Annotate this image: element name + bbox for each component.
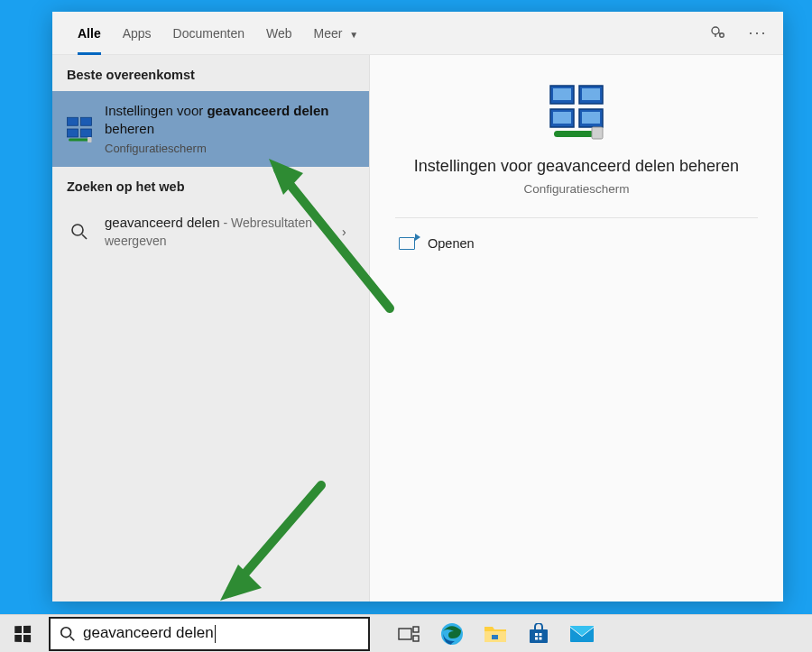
svg-rect-2 bbox=[68, 117, 78, 125]
svg-rect-4 bbox=[68, 129, 78, 137]
search-icon bbox=[65, 217, 94, 246]
svg-rect-29 bbox=[535, 633, 538, 636]
start-button[interactable] bbox=[0, 615, 45, 653]
detail-icon bbox=[545, 82, 608, 140]
svg-line-9 bbox=[82, 234, 87, 239]
result-title: Instellingen voor geavanceerd delen behe… bbox=[105, 102, 356, 156]
svg-point-0 bbox=[712, 27, 719, 34]
result-web-search[interactable]: geavanceerd delen - Webresultaten weerge… bbox=[52, 203, 369, 262]
taskbar-pinned-apps bbox=[395, 620, 595, 647]
svg-rect-23 bbox=[413, 627, 419, 632]
open-label: Openen bbox=[428, 236, 475, 251]
web-search-header: Zoeken op het web bbox=[52, 167, 369, 203]
svg-rect-31 bbox=[535, 637, 538, 639]
open-icon bbox=[399, 237, 415, 250]
detail-title: Instellingen voor geavanceerd delen behe… bbox=[395, 156, 758, 177]
mail-icon[interactable] bbox=[568, 620, 595, 647]
task-view-icon[interactable] bbox=[395, 620, 422, 647]
open-action[interactable]: Openen bbox=[395, 227, 758, 260]
windows-logo-icon bbox=[14, 625, 31, 641]
detail-subtitle: Configuratiescherm bbox=[395, 182, 758, 196]
taskbar-search-box[interactable]: geavanceerd delen bbox=[49, 617, 370, 651]
svg-rect-32 bbox=[540, 637, 542, 639]
svg-rect-18 bbox=[554, 131, 594, 137]
text-caret bbox=[215, 625, 216, 643]
svg-point-8 bbox=[72, 225, 83, 235]
detail-pane: Instellingen voor geavanceerd delen behe… bbox=[370, 55, 783, 601]
svg-rect-16 bbox=[553, 112, 571, 124]
store-icon[interactable] bbox=[525, 620, 552, 647]
svg-rect-3 bbox=[81, 117, 92, 125]
feedback-icon[interactable] bbox=[702, 17, 734, 50]
svg-rect-28 bbox=[530, 629, 548, 643]
tab-alle[interactable]: Alle bbox=[67, 12, 112, 55]
edge-icon[interactable] bbox=[438, 620, 466, 647]
svg-point-20 bbox=[61, 627, 71, 637]
svg-rect-14 bbox=[553, 88, 571, 100]
svg-rect-5 bbox=[81, 129, 92, 137]
svg-line-21 bbox=[70, 636, 75, 640]
svg-rect-15 bbox=[582, 88, 600, 100]
svg-rect-17 bbox=[582, 112, 600, 124]
options-icon[interactable]: ··· bbox=[742, 17, 774, 50]
svg-rect-6 bbox=[69, 139, 89, 142]
divider bbox=[395, 217, 758, 218]
tab-apps[interactable]: Apps bbox=[112, 12, 162, 55]
search-icon bbox=[60, 626, 76, 642]
tab-web[interactable]: Web bbox=[255, 12, 303, 55]
svg-rect-27 bbox=[492, 635, 498, 639]
windows-search-panel: Alle Apps Documenten Web Meer ▼ ··· Best bbox=[52, 12, 783, 601]
svg-rect-7 bbox=[88, 137, 92, 142]
chevron-right-icon[interactable]: › bbox=[342, 225, 356, 239]
svg-rect-24 bbox=[413, 636, 419, 641]
web-result-title: geavanceerd delen - Webresultaten weerge… bbox=[105, 214, 331, 251]
svg-rect-19 bbox=[592, 127, 603, 139]
svg-point-1 bbox=[720, 32, 724, 37]
taskbar: geavanceerd delen bbox=[0, 614, 812, 652]
tab-documenten[interactable]: Documenten bbox=[162, 12, 255, 55]
tab-meer-label: Meer bbox=[314, 26, 343, 41]
results-pane: Beste overeenkomst Instellingen voor gea… bbox=[52, 55, 370, 601]
result-subtitle: Configuratiescherm bbox=[105, 141, 356, 157]
search-query-text: geavanceerd delen bbox=[83, 624, 216, 643]
tab-meer[interactable]: Meer ▼ bbox=[303, 12, 370, 55]
best-match-header: Beste overeenkomst bbox=[52, 55, 369, 91]
result-advanced-sharing-settings[interactable]: Instellingen voor geavanceerd delen behe… bbox=[52, 91, 369, 167]
file-explorer-icon[interactable] bbox=[482, 620, 509, 647]
svg-rect-30 bbox=[540, 633, 542, 636]
chevron-down-icon: ▼ bbox=[349, 30, 358, 40]
search-tabs: Alle Apps Documenten Web Meer ▼ ··· bbox=[52, 12, 783, 55]
advanced-sharing-icon bbox=[65, 115, 94, 143]
svg-rect-22 bbox=[399, 629, 411, 639]
